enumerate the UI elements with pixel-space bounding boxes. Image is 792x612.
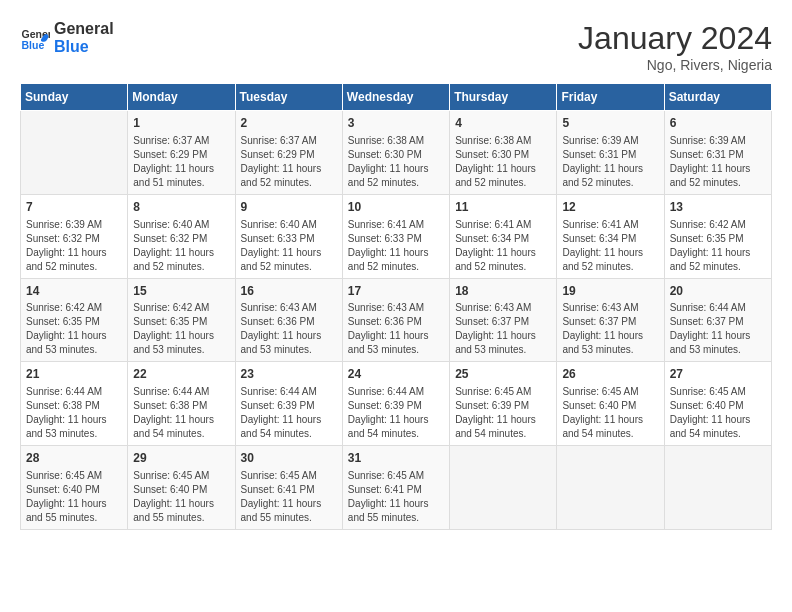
day-number: 19 <box>562 283 658 300</box>
day-number: 26 <box>562 366 658 383</box>
day-info: Sunrise: 6:39 AMSunset: 6:32 PMDaylight:… <box>26 218 122 274</box>
day-number: 7 <box>26 199 122 216</box>
day-info: Sunrise: 6:44 AMSunset: 6:38 PMDaylight:… <box>133 385 229 441</box>
calendar-cell: 28Sunrise: 6:45 AMSunset: 6:40 PMDayligh… <box>21 446 128 530</box>
calendar-cell: 15Sunrise: 6:42 AMSunset: 6:35 PMDayligh… <box>128 278 235 362</box>
day-info: Sunrise: 6:45 AMSunset: 6:41 PMDaylight:… <box>348 469 444 525</box>
day-info: Sunrise: 6:45 AMSunset: 6:40 PMDaylight:… <box>26 469 122 525</box>
calendar-cell: 13Sunrise: 6:42 AMSunset: 6:35 PMDayligh… <box>664 194 771 278</box>
day-info: Sunrise: 6:42 AMSunset: 6:35 PMDaylight:… <box>133 301 229 357</box>
day-header-wednesday: Wednesday <box>342 84 449 111</box>
day-info: Sunrise: 6:41 AMSunset: 6:34 PMDaylight:… <box>562 218 658 274</box>
day-number: 3 <box>348 115 444 132</box>
day-number: 22 <box>133 366 229 383</box>
day-number: 23 <box>241 366 337 383</box>
day-info: Sunrise: 6:42 AMSunset: 6:35 PMDaylight:… <box>670 218 766 274</box>
day-header-sunday: Sunday <box>21 84 128 111</box>
calendar-table: SundayMondayTuesdayWednesdayThursdayFrid… <box>20 83 772 530</box>
page-header: General Blue General Blue January 2024 N… <box>20 20 772 73</box>
week-row-4: 21Sunrise: 6:44 AMSunset: 6:38 PMDayligh… <box>21 362 772 446</box>
calendar-cell <box>450 446 557 530</box>
day-info: Sunrise: 6:43 AMSunset: 6:37 PMDaylight:… <box>455 301 551 357</box>
day-info: Sunrise: 6:41 AMSunset: 6:34 PMDaylight:… <box>455 218 551 274</box>
day-info: Sunrise: 6:38 AMSunset: 6:30 PMDaylight:… <box>348 134 444 190</box>
calendar-cell: 3Sunrise: 6:38 AMSunset: 6:30 PMDaylight… <box>342 111 449 195</box>
calendar-cell: 6Sunrise: 6:39 AMSunset: 6:31 PMDaylight… <box>664 111 771 195</box>
calendar-cell: 7Sunrise: 6:39 AMSunset: 6:32 PMDaylight… <box>21 194 128 278</box>
day-info: Sunrise: 6:40 AMSunset: 6:32 PMDaylight:… <box>133 218 229 274</box>
day-info: Sunrise: 6:44 AMSunset: 6:37 PMDaylight:… <box>670 301 766 357</box>
calendar-cell: 17Sunrise: 6:43 AMSunset: 6:36 PMDayligh… <box>342 278 449 362</box>
day-number: 1 <box>133 115 229 132</box>
day-number: 18 <box>455 283 551 300</box>
calendar-cell: 26Sunrise: 6:45 AMSunset: 6:40 PMDayligh… <box>557 362 664 446</box>
calendar-cell: 5Sunrise: 6:39 AMSunset: 6:31 PMDaylight… <box>557 111 664 195</box>
day-number: 31 <box>348 450 444 467</box>
day-number: 11 <box>455 199 551 216</box>
day-info: Sunrise: 6:43 AMSunset: 6:36 PMDaylight:… <box>348 301 444 357</box>
day-info: Sunrise: 6:45 AMSunset: 6:40 PMDaylight:… <box>562 385 658 441</box>
logo-line2: Blue <box>54 38 114 56</box>
day-info: Sunrise: 6:40 AMSunset: 6:33 PMDaylight:… <box>241 218 337 274</box>
day-info: Sunrise: 6:45 AMSunset: 6:40 PMDaylight:… <box>670 385 766 441</box>
day-info: Sunrise: 6:42 AMSunset: 6:35 PMDaylight:… <box>26 301 122 357</box>
calendar-cell: 8Sunrise: 6:40 AMSunset: 6:32 PMDaylight… <box>128 194 235 278</box>
calendar-cell: 25Sunrise: 6:45 AMSunset: 6:39 PMDayligh… <box>450 362 557 446</box>
calendar-cell: 1Sunrise: 6:37 AMSunset: 6:29 PMDaylight… <box>128 111 235 195</box>
calendar-cell: 11Sunrise: 6:41 AMSunset: 6:34 PMDayligh… <box>450 194 557 278</box>
day-header-friday: Friday <box>557 84 664 111</box>
calendar-cell: 2Sunrise: 6:37 AMSunset: 6:29 PMDaylight… <box>235 111 342 195</box>
calendar-cell: 12Sunrise: 6:41 AMSunset: 6:34 PMDayligh… <box>557 194 664 278</box>
day-info: Sunrise: 6:43 AMSunset: 6:36 PMDaylight:… <box>241 301 337 357</box>
day-info: Sunrise: 6:44 AMSunset: 6:39 PMDaylight:… <box>241 385 337 441</box>
week-row-3: 14Sunrise: 6:42 AMSunset: 6:35 PMDayligh… <box>21 278 772 362</box>
day-number: 28 <box>26 450 122 467</box>
location-subtitle: Ngo, Rivers, Nigeria <box>578 57 772 73</box>
svg-text:Blue: Blue <box>22 38 45 50</box>
calendar-cell <box>21 111 128 195</box>
day-number: 4 <box>455 115 551 132</box>
week-row-5: 28Sunrise: 6:45 AMSunset: 6:40 PMDayligh… <box>21 446 772 530</box>
day-number: 5 <box>562 115 658 132</box>
day-number: 2 <box>241 115 337 132</box>
day-header-saturday: Saturday <box>664 84 771 111</box>
calendar-cell: 19Sunrise: 6:43 AMSunset: 6:37 PMDayligh… <box>557 278 664 362</box>
calendar-cell: 23Sunrise: 6:44 AMSunset: 6:39 PMDayligh… <box>235 362 342 446</box>
day-info: Sunrise: 6:37 AMSunset: 6:29 PMDaylight:… <box>133 134 229 190</box>
week-row-2: 7Sunrise: 6:39 AMSunset: 6:32 PMDaylight… <box>21 194 772 278</box>
calendar-cell <box>664 446 771 530</box>
day-number: 17 <box>348 283 444 300</box>
day-info: Sunrise: 6:44 AMSunset: 6:38 PMDaylight:… <box>26 385 122 441</box>
calendar-cell: 21Sunrise: 6:44 AMSunset: 6:38 PMDayligh… <box>21 362 128 446</box>
calendar-cell: 30Sunrise: 6:45 AMSunset: 6:41 PMDayligh… <box>235 446 342 530</box>
calendar-cell: 27Sunrise: 6:45 AMSunset: 6:40 PMDayligh… <box>664 362 771 446</box>
calendar-cell: 31Sunrise: 6:45 AMSunset: 6:41 PMDayligh… <box>342 446 449 530</box>
day-info: Sunrise: 6:45 AMSunset: 6:41 PMDaylight:… <box>241 469 337 525</box>
logo: General Blue General Blue <box>20 20 114 55</box>
month-title: January 2024 <box>578 20 772 57</box>
day-header-tuesday: Tuesday <box>235 84 342 111</box>
calendar-cell: 22Sunrise: 6:44 AMSunset: 6:38 PMDayligh… <box>128 362 235 446</box>
day-info: Sunrise: 6:37 AMSunset: 6:29 PMDaylight:… <box>241 134 337 190</box>
day-number: 21 <box>26 366 122 383</box>
day-number: 20 <box>670 283 766 300</box>
day-number: 16 <box>241 283 337 300</box>
day-number: 24 <box>348 366 444 383</box>
day-number: 15 <box>133 283 229 300</box>
calendar-cell: 14Sunrise: 6:42 AMSunset: 6:35 PMDayligh… <box>21 278 128 362</box>
day-info: Sunrise: 6:39 AMSunset: 6:31 PMDaylight:… <box>670 134 766 190</box>
day-info: Sunrise: 6:45 AMSunset: 6:39 PMDaylight:… <box>455 385 551 441</box>
day-number: 9 <box>241 199 337 216</box>
calendar-cell: 29Sunrise: 6:45 AMSunset: 6:40 PMDayligh… <box>128 446 235 530</box>
day-number: 8 <box>133 199 229 216</box>
day-number: 12 <box>562 199 658 216</box>
day-number: 29 <box>133 450 229 467</box>
calendar-cell: 20Sunrise: 6:44 AMSunset: 6:37 PMDayligh… <box>664 278 771 362</box>
day-number: 30 <box>241 450 337 467</box>
header-row: SundayMondayTuesdayWednesdayThursdayFrid… <box>21 84 772 111</box>
day-number: 27 <box>670 366 766 383</box>
week-row-1: 1Sunrise: 6:37 AMSunset: 6:29 PMDaylight… <box>21 111 772 195</box>
calendar-cell: 9Sunrise: 6:40 AMSunset: 6:33 PMDaylight… <box>235 194 342 278</box>
day-number: 10 <box>348 199 444 216</box>
day-header-thursday: Thursday <box>450 84 557 111</box>
